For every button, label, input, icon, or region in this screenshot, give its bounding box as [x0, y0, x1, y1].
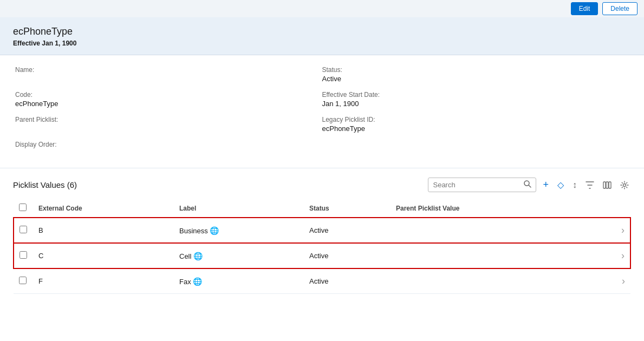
parent-cell [391, 268, 614, 294]
edit-button[interactable]: Edit [571, 2, 599, 15]
status-cell: Active [304, 268, 391, 294]
form-left: Name: Code: ecPhoneType Parent Picklist:… [15, 66, 322, 159]
header-checkbox-cell [14, 199, 33, 218]
page-header: ecPhoneType Effective Jan 1, 1900 [0, 17, 644, 55]
detail-form: Name: Code: ecPhoneType Parent Picklist:… [0, 55, 644, 168]
label-cell: Cell 🌐 [174, 243, 304, 268]
chevron-right-icon: › [621, 225, 625, 235]
external-code-cell: C [33, 243, 174, 268]
columns-icon[interactable] [601, 179, 614, 191]
status-cell: Active [304, 218, 391, 243]
chevron-right-icon: › [622, 276, 625, 286]
label-cell: Business 🌐 [174, 218, 304, 243]
display-order-field: Display Order: [15, 141, 322, 159]
search-box[interactable] [428, 178, 536, 192]
row-checkbox[interactable] [19, 251, 27, 259]
code-field: Code: ecPhoneType [15, 91, 322, 109]
globe-icon: 🌐 [193, 252, 203, 260]
col-label: Label [174, 199, 304, 218]
page-title: ecPhoneType [13, 26, 631, 37]
globe-icon: 🌐 [193, 277, 202, 286]
col-status: Status [304, 199, 391, 218]
parent-picklist-field: Parent Picklist: [15, 116, 322, 134]
parent-cell [391, 218, 614, 243]
legacy-id-label: Legacy Picklist ID: [322, 116, 629, 123]
row-chevron-cell[interactable]: › [614, 243, 630, 268]
filter-icon[interactable] [583, 179, 596, 191]
effective-start-label: Effective Start Date: [322, 91, 629, 99]
table-header: External Code Label Status Parent Pickli… [14, 199, 630, 218]
parent-picklist-value [15, 124, 322, 134]
add-icon[interactable]: + [541, 177, 551, 193]
picklist-header: Picklist Values (6) + ◇ ↕ [13, 177, 631, 193]
parent-cell [391, 243, 614, 268]
effective-start-field: Effective Start Date: Jan 1, 1900 [322, 91, 629, 109]
code-label: Code: [15, 91, 322, 99]
svg-line-1 [529, 185, 531, 187]
picklist-title: Picklist Values (6) [13, 180, 77, 189]
svg-rect-3 [606, 182, 608, 188]
sort-icon[interactable]: ↕ [570, 178, 579, 192]
legacy-id-field: Legacy Picklist ID: ecPhoneType [322, 116, 629, 134]
col-parent: Parent Picklist Value [391, 199, 614, 218]
row-checkbox-cell [14, 268, 33, 294]
name-label: Name: [15, 66, 322, 74]
row-checkbox[interactable] [19, 226, 27, 233]
picklist-controls: + ◇ ↕ [428, 177, 631, 193]
status-field: Status: Active [322, 66, 629, 84]
svg-rect-2 [603, 182, 606, 188]
form-right: Status: Active Effective Start Date: Jan… [322, 66, 629, 159]
row-checkbox-cell [14, 218, 33, 243]
top-bar: Edit Delete [0, 0, 644, 17]
settings-icon[interactable] [618, 179, 631, 192]
svg-rect-4 [609, 182, 611, 188]
globe-icon: 🌐 [210, 226, 219, 235]
header-checkbox[interactable] [19, 204, 27, 211]
svg-point-5 [623, 183, 626, 186]
effective-start-value: Jan 1, 1900 [322, 100, 629, 109]
search-input[interactable] [433, 181, 521, 189]
status-label: Status: [322, 66, 629, 74]
table-row[interactable]: FFax 🌐Active› [14, 268, 630, 294]
picklist-section: Picklist Values (6) + ◇ ↕ [0, 168, 644, 341]
chevron-right-icon: › [621, 250, 625, 261]
status-cell: Active [304, 243, 391, 268]
external-code-cell: F [33, 268, 174, 294]
col-external-code: External Code [33, 199, 174, 218]
row-chevron-cell[interactable]: › [614, 218, 630, 243]
row-checkbox[interactable] [19, 277, 27, 284]
diamond-icon[interactable]: ◇ [555, 178, 566, 192]
search-icon [524, 180, 531, 189]
delete-button[interactable]: Delete [602, 2, 638, 15]
table-row[interactable]: CCell 🌐Active› [14, 243, 630, 268]
external-code-cell: B [33, 218, 174, 243]
picklist-table: External Code Label Status Parent Pickli… [13, 199, 631, 294]
effective-date: Effective Jan 1, 1900 [13, 40, 631, 47]
display-order-value [15, 149, 322, 159]
legacy-id-value: ecPhoneType [322, 124, 629, 134]
row-chevron-cell[interactable]: › [614, 268, 630, 294]
table-row[interactable]: BBusiness 🌐Active› [14, 218, 630, 243]
name-field: Name: [15, 66, 322, 84]
label-cell: Fax 🌐 [174, 268, 304, 294]
display-order-label: Display Order: [15, 141, 322, 148]
parent-picklist-label: Parent Picklist: [15, 116, 322, 123]
row-checkbox-cell [14, 243, 33, 268]
page-wrapper: Edit Delete ecPhoneType Effective Jan 1,… [0, 0, 644, 341]
status-value: Active [322, 75, 629, 84]
code-value: ecPhoneType [15, 100, 322, 109]
name-value [15, 75, 322, 84]
